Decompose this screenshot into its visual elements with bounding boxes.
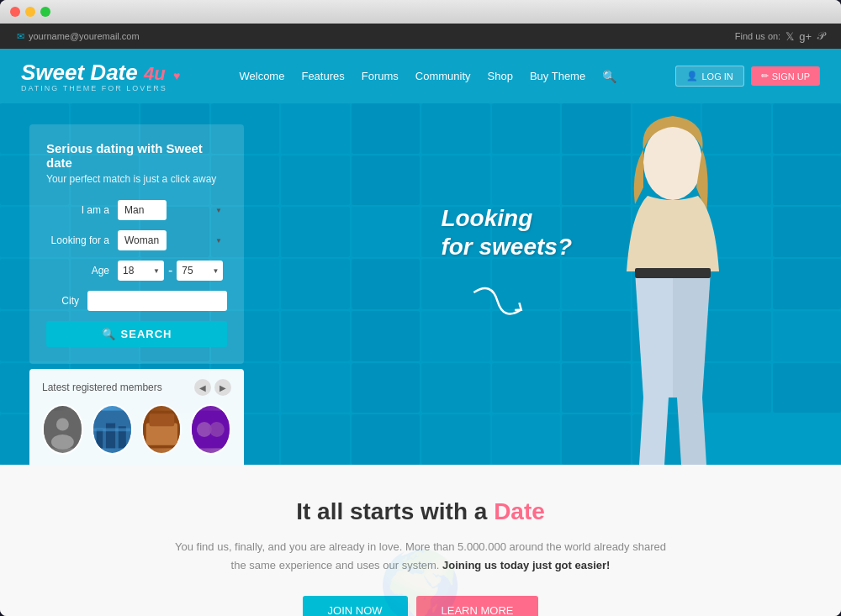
logo-suffix: 4u (144, 63, 166, 84)
logo-text: Sweet Date 4u ♥ (21, 60, 180, 86)
looking-for-select[interactable]: Woman Man (118, 230, 167, 250)
topbar: ✉ yourname@youremail.com Find us on: 𝕏 g… (0, 24, 841, 49)
find-us-label: Find us on: (735, 31, 780, 41)
map-watermark: 🌍 (378, 546, 463, 616)
age-label: Age (46, 265, 109, 276)
age-min-wrap: 181920 (118, 261, 164, 281)
titlebar (0, 0, 841, 24)
city-row: City (46, 291, 227, 311)
city-input[interactable] (87, 291, 227, 311)
bottom-heading: It all starts with a Date (17, 498, 824, 525)
avatar-image (93, 406, 131, 453)
svg-point-2 (51, 434, 74, 450)
age-min-select[interactable]: 181920 (118, 261, 164, 281)
twitter-icon[interactable]: 𝕏 (785, 30, 794, 43)
nav-features[interactable]: Features (301, 70, 344, 82)
svg-rect-4 (96, 429, 102, 448)
member-avatar[interactable] (190, 404, 231, 455)
email-icon: ✉ (17, 31, 24, 42)
age-max-select[interactable]: 756555 (177, 261, 223, 281)
description-bold: Joining us today just got easier! (442, 559, 610, 571)
tagline-line1: Looking (441, 204, 572, 233)
heart-icon: ♥ (173, 69, 180, 82)
tagline-line2: for sweets? (441, 233, 572, 261)
browser-window: ✉ yourname@youremail.com Find us on: 𝕏 g… (0, 0, 841, 616)
members-next-button[interactable]: ▶ (214, 379, 231, 396)
search-button[interactable]: 🔍 SEARCH (46, 321, 227, 347)
age-inputs: 181920 - 756555 (118, 261, 223, 281)
svg-point-1 (56, 419, 69, 431)
member-avatar[interactable] (92, 404, 133, 455)
login-icon: 👤 (686, 71, 698, 82)
members-title: Latest registered members (42, 382, 162, 393)
googleplus-icon[interactable]: g+ (799, 30, 812, 43)
minimize-button[interactable] (25, 7, 35, 17)
nav-forums[interactable]: Forums (362, 70, 399, 82)
svg-point-13 (209, 422, 225, 437)
svg-rect-15 (635, 268, 711, 278)
window-controls (10, 7, 50, 17)
i-am-select[interactable]: Man Woman (118, 200, 167, 220)
svg-rect-9 (145, 424, 177, 445)
signup-icon: ✏ (761, 71, 769, 82)
maximize-button[interactable] (40, 7, 50, 17)
member-avatar[interactable] (141, 404, 182, 455)
avatar-image (44, 406, 82, 453)
hero-model (538, 103, 774, 465)
members-nav: ◀ ▶ (194, 379, 231, 396)
search-btn-icon: 🔍 (102, 328, 116, 340)
nav-shop[interactable]: Shop (488, 70, 513, 82)
search-subheading: Your perfect match is just a click away (46, 173, 227, 185)
hero-section: Looking for sweets? Serious dating with … (0, 103, 841, 465)
svg-rect-7 (93, 429, 131, 432)
logo-subtitle: DATING THEME FOR LOVERS (21, 84, 180, 92)
looking-for-select-wrap: Woman Man (118, 230, 227, 250)
members-panel: Latest registered members ◀ ▶ (29, 369, 244, 465)
heading-highlight: Date (494, 498, 545, 524)
i-am-row: I am a Man Woman (46, 200, 227, 220)
email-address: yourname@youremail.com (29, 31, 140, 41)
avatar-image (143, 406, 181, 453)
looking-for-label: Looking for a (46, 234, 109, 246)
looking-for-row: Looking for a Woman Man (46, 230, 227, 250)
signup-button[interactable]: ✏ SIGN UP (751, 66, 820, 86)
topbar-email: ✉ yourname@youremail.com (17, 31, 140, 42)
main-nav: Welcome Features Forums Community Shop B… (239, 70, 616, 83)
nav-buy-theme[interactable]: Buy Theme (530, 70, 585, 82)
topbar-social: Find us on: 𝕏 g+ 𝒫 (735, 29, 824, 43)
search-heading: Serious dating with Sweet date (46, 141, 227, 170)
i-am-label: I am a (46, 204, 109, 216)
avatar-image (192, 406, 230, 453)
site-header: Sweet Date 4u ♥ DATING THEME FOR LOVERS … (0, 49, 841, 103)
age-row: Age 181920 - 756555 (46, 261, 227, 281)
svg-rect-10 (149, 413, 174, 426)
members-list (42, 404, 231, 455)
age-separator: - (168, 263, 172, 278)
logo: Sweet Date 4u ♥ DATING THEME FOR LOVERS (21, 60, 180, 92)
member-avatar[interactable] (42, 404, 83, 455)
heading-part1: It all starts with a (296, 498, 494, 524)
city-label: City (46, 295, 79, 307)
close-button[interactable] (10, 7, 20, 17)
header-actions: 👤 LOG IN ✏ SIGN UP (675, 66, 820, 87)
members-header: Latest registered members ◀ ▶ (42, 379, 231, 396)
website: ✉ yourname@youremail.com Find us on: 𝕏 g… (0, 24, 841, 616)
search-panel: Serious dating with Sweet date Your perf… (29, 124, 244, 364)
members-prev-button[interactable]: ◀ (194, 379, 211, 396)
nav-community[interactable]: Community (415, 70, 471, 82)
search-icon[interactable]: 🔍 (602, 70, 616, 83)
svg-rect-5 (106, 424, 115, 449)
nav-welcome[interactable]: Welcome (239, 70, 284, 82)
i-am-select-wrap: Man Woman (118, 200, 227, 220)
pinterest-icon[interactable]: 𝒫 (817, 29, 824, 43)
age-max-wrap: 756555 (177, 261, 223, 281)
bottom-section: 🌍 It all starts with a Date You find us,… (0, 465, 841, 616)
search-btn-label: SEARCH (121, 328, 172, 340)
login-button[interactable]: 👤 LOG IN (675, 66, 743, 87)
hero-tagline: Looking for sweets? (441, 204, 572, 261)
